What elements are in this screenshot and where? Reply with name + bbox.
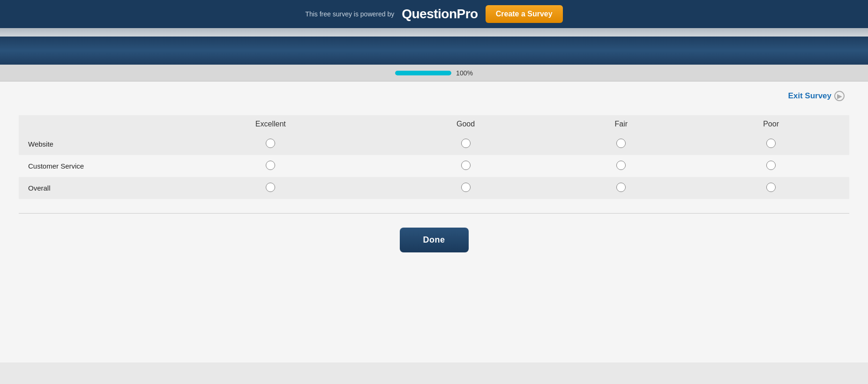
table-row: Customer Service — [19, 155, 849, 177]
chevron-right-icon: ▶ — [834, 91, 845, 101]
progress-label: 100% — [456, 69, 473, 77]
gray-stripe — [0, 28, 868, 37]
radio-cs-fair[interactable] — [550, 155, 693, 177]
main-content: Exit Survey ▶ Excellent Good Fair Poor W… — [0, 81, 868, 362]
row-label-website: Website — [19, 133, 159, 155]
powered-by-text: This free survey is powered by — [305, 10, 394, 18]
exit-survey-container: Exit Survey ▶ — [19, 91, 849, 101]
table-header-row: Excellent Good Fair Poor — [19, 115, 849, 133]
done-container: Done — [19, 228, 849, 252]
row-label-customer-service: Customer Service — [19, 155, 159, 177]
radio-overall-poor[interactable] — [693, 177, 849, 199]
radio-cs-excellent[interactable] — [159, 155, 382, 177]
progress-bar-fill — [395, 71, 451, 75]
radio-input[interactable] — [266, 139, 275, 148]
radio-input[interactable] — [266, 183, 275, 192]
radio-website-good[interactable] — [382, 133, 550, 155]
section-divider — [19, 213, 849, 214]
row-label-overall: Overall — [19, 177, 159, 199]
radio-overall-good[interactable] — [382, 177, 550, 199]
radio-input[interactable] — [766, 161, 776, 170]
create-survey-button[interactable]: Create a Survey — [486, 5, 563, 23]
radio-cs-good[interactable] — [382, 155, 550, 177]
exit-survey-link[interactable]: Exit Survey ▶ — [788, 91, 845, 101]
table-row: Overall — [19, 177, 849, 199]
top-banner: This free survey is powered by QuestionP… — [0, 0, 868, 28]
radio-input[interactable] — [461, 161, 471, 170]
radio-input[interactable] — [266, 161, 275, 170]
row-label-header — [19, 115, 159, 133]
radio-input[interactable] — [461, 139, 471, 148]
radio-input[interactable] — [616, 139, 626, 148]
radio-website-poor[interactable] — [693, 133, 849, 155]
dark-header — [0, 37, 868, 65]
radio-input[interactable] — [461, 183, 471, 192]
radio-overall-excellent[interactable] — [159, 177, 382, 199]
table-row: Website — [19, 133, 849, 155]
brand-logo: QuestionPro — [402, 7, 478, 22]
progress-area: 100% — [0, 65, 868, 81]
progress-bar-track — [395, 71, 451, 75]
radio-input[interactable] — [616, 161, 626, 170]
done-button[interactable]: Done — [400, 228, 469, 252]
radio-overall-fair[interactable] — [550, 177, 693, 199]
radio-input[interactable] — [766, 183, 776, 192]
col-header-poor: Poor — [693, 115, 849, 133]
radio-input[interactable] — [616, 183, 626, 192]
survey-table: Excellent Good Fair Poor Website Custome… — [19, 115, 849, 199]
col-header-good: Good — [382, 115, 550, 133]
radio-cs-poor[interactable] — [693, 155, 849, 177]
radio-website-excellent[interactable] — [159, 133, 382, 155]
col-header-excellent: Excellent — [159, 115, 382, 133]
exit-survey-label: Exit Survey — [788, 91, 831, 101]
col-header-fair: Fair — [550, 115, 693, 133]
radio-website-fair[interactable] — [550, 133, 693, 155]
radio-input[interactable] — [766, 139, 776, 148]
